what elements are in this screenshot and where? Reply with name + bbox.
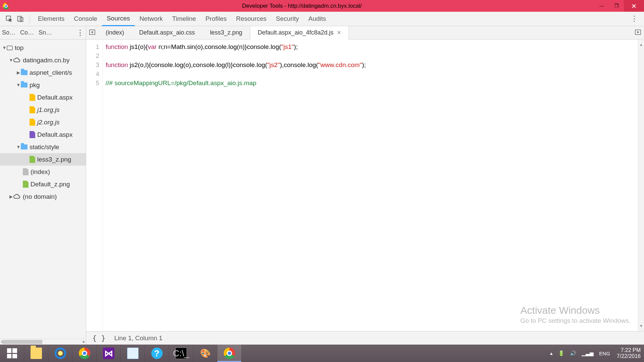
editor-tabstrip: (index) Default.aspx_aio.css less3_z.png… [86,26,644,40]
taskbar-chrome-active[interactable] [217,345,241,362]
taskbar-clock[interactable]: 7:22 PM 7/22/2016 [613,347,644,360]
tree-label: Default_z.png [31,181,70,188]
taskbar-ie[interactable] [48,345,72,362]
js-file-icon [30,119,35,126]
editor-tab-index[interactable]: (index) [98,26,132,40]
ie-icon [55,348,66,359]
tree-label: Default.aspx [37,131,73,138]
frame-icon [7,46,13,50]
devtools-toolbar: Elements Console Sources Network Timelin… [0,12,644,26]
close-tab-icon[interactable]: ✕ [337,29,341,36]
cursor-position: Line 1, Column 1 [114,335,163,342]
tray-chevron-icon[interactable]: ▴ [550,350,553,356]
tree-label: less3_z.png [37,156,71,163]
show-debugger-icon[interactable] [632,29,644,37]
language-indicator[interactable]: ENG [599,351,610,356]
tree-label: static/style [30,143,59,151]
sidebar-tab-content[interactable]: Co… [20,29,34,36]
folder-icon [21,82,28,87]
code-content: function js1(o){var n;n=Math.sin(o),cons… [103,40,366,331]
network-icon[interactable]: ▁▃▅ [582,350,594,356]
tab-audits[interactable]: Audits [304,12,331,26]
tree-file[interactable]: j2.org.js [0,116,86,128]
tab-resources[interactable]: Resources [231,12,271,26]
battery-icon[interactable]: 🔋 [558,350,565,356]
inspect-element-icon[interactable] [3,13,15,24]
tab-profiles[interactable]: Profiles [201,12,231,26]
tree-label: Default.aspx [37,94,73,101]
tab-console[interactable]: Console [69,12,102,26]
tab-sources[interactable]: Sources [102,12,135,26]
taskbar-explorer[interactable] [24,345,48,362]
tab-timeline[interactable]: Timeline [167,12,201,26]
editor-pane: (index) Default.aspx_aio.css less3_z.png… [86,26,644,345]
editor-tab-css[interactable]: Default.aspx_aio.css [132,26,203,40]
tree-folder-aspnet[interactable]: ▶aspnet_client/s [0,66,86,79]
sidebar-tabs: So… Co… Sn… ⋮ [0,26,86,40]
sidebar-tab-snippets[interactable]: Sn… [39,29,52,36]
start-button[interactable] [0,345,24,362]
file-tree: ▼top ▼datingadm.cn.by ▶aspnet_client/s ▼… [0,40,86,339]
show-navigator-icon[interactable] [86,29,98,37]
tab-elements[interactable]: Elements [33,12,69,26]
tree-file[interactable]: (index) [0,166,86,178]
chrome-logo-icon [3,3,9,9]
code-editor[interactable]: 1 2 3 4 5 function js1(o){var n;n=Math.s… [86,40,644,331]
sidebar-tab-sources[interactable]: So… [2,29,15,36]
tab-security[interactable]: Security [271,12,304,26]
tree-label: (no domain) [23,193,57,200]
tree-file[interactable]: Default.aspx [0,128,86,141]
editor-scrollbar[interactable]: ▲▼ [638,40,644,331]
folder-icon [21,144,28,149]
visualstudio-icon: ⋈ [103,348,114,359]
taskbar-notepad[interactable] [121,345,145,362]
device-toggle-icon[interactable] [15,13,26,24]
tree-label: j2.org.js [37,119,60,126]
tree-file[interactable]: Default_z.png [0,178,86,190]
sidebar-scrollbar[interactable]: ◄► [0,339,86,345]
chrome-icon [79,348,90,359]
window-title: Developer Tools - http://datingadm.cn.by… [9,3,594,9]
tree-folder-static[interactable]: ▼static/style [0,141,86,153]
tree-label: top [15,44,23,52]
toolbar-more-icon[interactable]: ⋮ [628,14,641,23]
sidebar-more-icon[interactable]: ⋮ [76,28,84,37]
cmd-icon: C:\_ [175,348,187,359]
editor-tab-png[interactable]: less3_z.png [203,26,250,40]
volume-icon[interactable]: 🔊 [570,350,576,356]
tree-file-selected[interactable]: less3_z.png [0,153,86,166]
taskbar-paint[interactable]: 🎨 [193,345,217,362]
notepad-icon [127,348,139,359]
cloud-icon [13,193,21,200]
tab-network[interactable]: Network [135,12,168,26]
js-file-icon [30,106,35,113]
close-button[interactable] [624,0,644,12]
tree-label: pkg [30,81,40,89]
tree-folder-pkg[interactable]: ▼pkg [0,79,86,91]
watermark-title: Activate Windows [521,306,631,315]
tree-file[interactable]: Default.aspx [0,91,86,104]
clock-date: 7/22/2016 [617,353,641,359]
maximize-button[interactable]: ❐ [609,0,624,12]
line-number: 1 [86,42,99,51]
taskbar-help[interactable]: ? [145,345,169,362]
folder-icon [31,348,42,359]
paint-icon: 🎨 [200,348,211,359]
tree-top[interactable]: ▼top [0,42,86,54]
editor-tab-label: Default.aspx_aio_4fc8a2d.js [258,29,333,36]
pretty-print-icon[interactable]: { } [92,334,106,342]
taskbar-visualstudio[interactable]: ⋈ [97,345,121,362]
taskbar-chrome[interactable] [72,345,97,362]
tree-domain[interactable]: ▼datingadm.cn.by [0,54,86,66]
tree-file[interactable]: j1.org.js [0,104,86,116]
taskbar-cmd[interactable]: C:\_ [169,345,193,362]
windows-taskbar: ⋈ ? C:\_ 🎨 ▴ 🔋 🔊 ▁▃▅ ENG 7:22 PM 7/22/20… [0,345,644,362]
tree-label: j1.org.js [37,106,60,114]
js-file-icon [30,94,35,101]
watermark-subtitle: Go to PC settings to activate Windows. [521,316,631,325]
minimize-button[interactable]: — [594,0,609,12]
tree-nodomain[interactable]: ▶(no domain) [0,190,86,203]
system-tray[interactable]: ▴ 🔋 🔊 ▁▃▅ ENG [547,350,613,356]
sources-sidebar: So… Co… Sn… ⋮ ▼top ▼datingadm.cn.by ▶asp… [0,26,86,345]
editor-tab-js-active[interactable]: Default.aspx_aio_4fc8a2d.js✕ [250,26,349,40]
